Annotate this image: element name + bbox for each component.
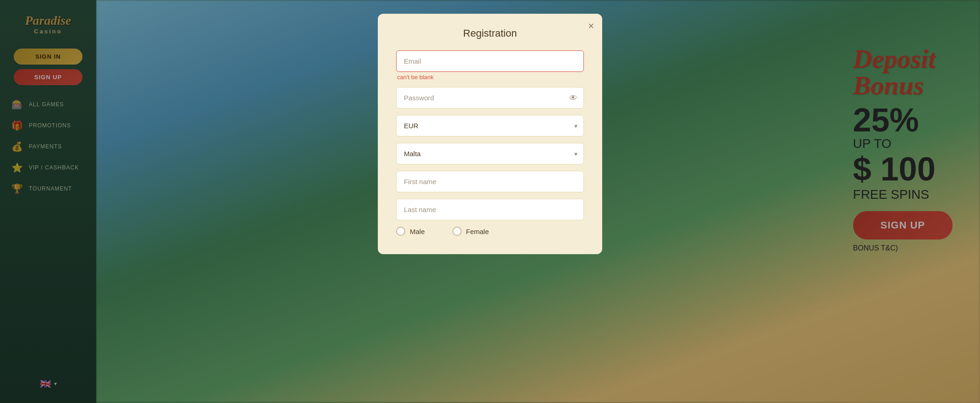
currency-group: EUR USD GBP BTC ▾: [396, 115, 584, 136]
password-input[interactable]: [396, 87, 584, 109]
email-group: can't be blank: [396, 50, 584, 81]
password-wrapper: 👁: [396, 87, 584, 109]
modal-title: Registration: [396, 27, 584, 39]
radio-male[interactable]: [396, 227, 405, 236]
password-group: 👁: [396, 87, 584, 109]
registration-modal: Registration × can't be blank 👁 EUR USD …: [378, 14, 602, 254]
radio-female[interactable]: [452, 227, 462, 236]
gender-female-option[interactable]: Female: [452, 227, 489, 236]
gender-row: Male Female: [396, 227, 584, 236]
last-name-input[interactable]: [396, 199, 584, 220]
close-button[interactable]: ×: [588, 21, 594, 31]
gender-male-label: Male: [410, 228, 425, 235]
eye-icon[interactable]: 👁: [569, 93, 577, 103]
email-error: can't be blank: [396, 74, 584, 81]
gender-female-label: Female: [466, 228, 489, 235]
first-name-group: [396, 171, 584, 192]
first-name-input[interactable]: [396, 171, 584, 192]
currency-select[interactable]: EUR USD GBP BTC: [396, 115, 584, 136]
modal-overlay: Registration × can't be blank 👁 EUR USD …: [0, 0, 980, 403]
email-input[interactable]: [396, 50, 584, 72]
last-name-group: [396, 199, 584, 220]
gender-male-option[interactable]: Male: [396, 227, 425, 236]
country-group: Malta UK Germany France ▾: [396, 143, 584, 164]
country-select[interactable]: Malta UK Germany France: [396, 143, 584, 164]
currency-wrapper: EUR USD GBP BTC ▾: [396, 115, 584, 136]
country-wrapper: Malta UK Germany France ▾: [396, 143, 584, 164]
